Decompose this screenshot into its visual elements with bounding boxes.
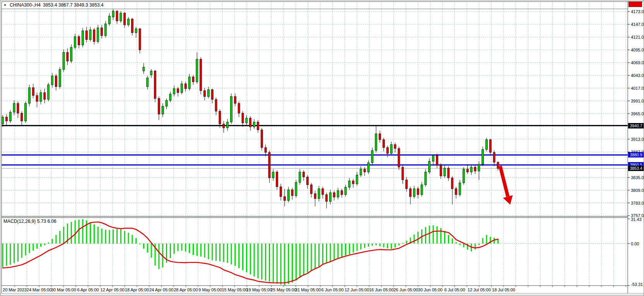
candle-down <box>67 52 68 61</box>
macd-histogram-bar <box>406 241 407 244</box>
candle-up <box>246 118 248 123</box>
macd-histogram-bar <box>254 244 255 277</box>
candle-down <box>200 59 202 91</box>
macd-histogram-bar <box>246 244 247 272</box>
candle-down <box>124 13 126 25</box>
candle-down <box>192 77 194 82</box>
candle-up <box>89 30 91 39</box>
candle-down <box>139 29 141 50</box>
macd-histogram-bar <box>311 244 312 270</box>
price-tick-label: 3835.0 <box>631 175 644 180</box>
symbol-dropdown-icon[interactable]: ▼ <box>3 3 7 7</box>
candle-down <box>474 167 476 171</box>
candle-down <box>448 168 449 178</box>
macd-histogram-bar <box>417 232 419 243</box>
macd-histogram-bar <box>368 244 369 247</box>
chart-title: ▼ CHINA300-,H4 3853.4 3867.7 3849.3 3853… <box>3 2 104 8</box>
candle-up <box>104 24 106 36</box>
candle-up <box>150 71 152 75</box>
price-tick-label: 4095.0 <box>631 48 644 52</box>
candle-up <box>482 149 484 164</box>
macd-histogram-bar <box>86 221 87 244</box>
candle-down <box>215 99 217 111</box>
candle-down <box>101 28 103 36</box>
macd-histogram-bar <box>36 244 38 249</box>
macd-histogram-bar <box>90 222 91 244</box>
candle-up <box>128 19 130 25</box>
candle-down <box>493 152 495 162</box>
macd-histogram-bar <box>433 225 434 243</box>
time-axis-label: 31 May 05:00 <box>295 287 321 292</box>
macd-histogram-bar <box>314 244 316 269</box>
candle-down <box>409 189 411 197</box>
time-axis-label: 30 Jun 05:00 <box>418 287 443 292</box>
down-arrow-shaft[interactable] <box>500 166 508 197</box>
candle-down <box>386 147 388 153</box>
candle-down <box>85 31 87 39</box>
window-bottom-edge <box>0 294 644 296</box>
candle-down <box>17 103 19 113</box>
macd-histogram-bar <box>97 227 99 244</box>
price-badge-3853-4: 3853.4 <box>628 166 644 171</box>
time-axis-label: 15 May 05:00 <box>222 287 248 292</box>
macd-histogram-bar <box>284 244 285 286</box>
candle-up <box>295 182 297 195</box>
candle-down <box>364 169 366 172</box>
time-axis-label: 26 Jun 05:00 <box>393 287 418 292</box>
macd-histogram-bar <box>372 244 373 246</box>
candle-down <box>322 189 324 195</box>
time-axis-label: 19 May 05:00 <box>246 287 272 292</box>
macd-histogram-bar <box>333 244 335 260</box>
candle-down <box>93 30 95 41</box>
candle-down <box>177 89 179 92</box>
candle-up <box>120 13 122 21</box>
macd-histogram-bar <box>242 244 243 270</box>
candle-down <box>265 147 266 152</box>
candle-down <box>436 156 438 165</box>
macd-histogram-bar <box>231 244 232 265</box>
time-axis-label: 20 Mar 2023 <box>3 287 27 292</box>
candle-up <box>112 11 114 17</box>
candle-down <box>333 193 335 197</box>
time-axis-label: 16 Jun 05:00 <box>369 287 394 292</box>
macd-histogram-bar <box>147 244 148 253</box>
candle-up <box>337 191 339 197</box>
price-tick-label: 4017.0 <box>631 86 644 91</box>
candle-down <box>234 96 236 103</box>
candle-up <box>390 145 392 154</box>
macd-histogram-bar <box>234 244 236 266</box>
candle-up <box>348 181 350 187</box>
candle-down <box>268 152 270 178</box>
macd-histogram-bar <box>456 242 457 243</box>
macd-histogram-bar <box>139 244 140 245</box>
candle-up <box>63 52 65 69</box>
macd-histogram-bar <box>79 220 80 244</box>
macd-histogram-bar <box>288 244 289 284</box>
macd-tick-label: 0.00 <box>631 241 639 246</box>
candle-down <box>158 98 160 114</box>
macd-histogram-bar <box>478 244 480 245</box>
candle-down <box>284 197 285 200</box>
macd-histogram-bar <box>482 238 483 243</box>
macd-histogram-bar <box>277 244 278 284</box>
candle-down <box>116 11 118 21</box>
candle-down <box>211 90 213 99</box>
down-arrow-head[interactable] <box>503 195 513 205</box>
candle-up <box>356 175 358 184</box>
candle-up <box>166 101 167 106</box>
candle-up <box>147 78 149 87</box>
candle-up <box>413 189 415 197</box>
candle-down <box>398 149 400 167</box>
macd-histogram-bar <box>200 244 202 257</box>
candle-up <box>169 94 171 100</box>
candle-up <box>82 31 84 45</box>
candle-up <box>97 28 99 42</box>
candle-up <box>51 76 53 85</box>
time-axis-label: 30 Mar 05:00 <box>51 287 76 292</box>
candle-down <box>326 195 328 202</box>
candle-down <box>455 189 457 195</box>
macd-histogram-bar <box>196 244 198 256</box>
chart-canvas[interactable] <box>0 0 644 296</box>
macd-histogram-bar <box>299 244 301 278</box>
candle-down <box>249 118 251 127</box>
